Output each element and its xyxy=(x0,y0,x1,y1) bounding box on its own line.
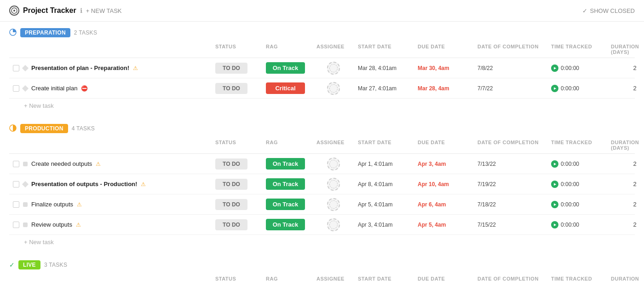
section-header-live: ✓LIVE3 TASKS xyxy=(9,254,635,273)
task-rag-badge: On Track xyxy=(266,199,305,210)
task-completion-date: 7/8/22 xyxy=(474,65,547,71)
task-priority-icon xyxy=(23,222,28,227)
task-checkbox[interactable] xyxy=(13,222,19,228)
time-play-icon[interactable] xyxy=(551,221,558,228)
col-header-duration: DURATION (DAYS) xyxy=(607,140,644,151)
task-status-cell[interactable]: TO DO xyxy=(212,179,262,190)
task-checkbox[interactable] xyxy=(13,161,19,167)
time-play-icon[interactable] xyxy=(551,201,558,208)
col-header-status: STATUS xyxy=(212,44,262,55)
task-status-cell[interactable]: TO DO xyxy=(212,63,262,74)
task-due-date: Mar 30, 4am xyxy=(414,65,474,71)
task-due-date: Mar 28, 4am xyxy=(414,85,474,92)
task-checkbox[interactable] xyxy=(13,85,19,92)
task-name-cell-preparation-0: Presentation of plan - Preparation!⚠ xyxy=(9,61,212,75)
task-duration: 2 xyxy=(607,85,644,92)
header: Project Tracker ℹ + NEW TASK ✓ SHOW CLOS… xyxy=(0,0,644,22)
new-task-row-preparation[interactable]: + New task xyxy=(9,99,635,113)
task-status-cell[interactable]: TO DO xyxy=(212,83,262,94)
col-header-rag: RAG xyxy=(262,276,313,281)
warning-icon: ⚠ xyxy=(76,222,81,228)
task-status-badge: TO DO xyxy=(215,199,247,210)
time-play-icon[interactable] xyxy=(551,64,558,72)
task-row-preparation-0: Presentation of plan - Preparation!⚠TO D… xyxy=(9,58,635,78)
task-completion-date: 7/18/22 xyxy=(474,201,547,208)
col-header-start_date: START DATE xyxy=(354,44,414,55)
new-task-row-production[interactable]: + New task xyxy=(9,235,635,249)
task-status-cell[interactable]: TO DO xyxy=(212,199,262,210)
task-name-label: Presentation of plan - Preparation! xyxy=(31,64,129,71)
task-completion-date: 7/7/22 xyxy=(474,85,547,92)
col-header-rag: RAG xyxy=(262,44,313,55)
task-start-date: Apr 5, 4:01am xyxy=(354,201,414,208)
task-rag-cell[interactable]: Critical xyxy=(262,82,313,94)
task-priority-icon xyxy=(22,181,29,187)
task-status-cell[interactable]: TO DO xyxy=(212,158,262,170)
task-time-tracked[interactable]: 0:00:00 xyxy=(547,160,607,168)
warning-icon: ⚠ xyxy=(77,201,82,208)
task-checkbox[interactable] xyxy=(13,181,19,187)
task-checkbox[interactable] xyxy=(13,65,19,71)
task-name-label: Finalize outputs xyxy=(31,201,73,208)
section-toggle-production[interactable] xyxy=(9,124,17,133)
task-status-badge: TO DO xyxy=(215,219,247,230)
section-toggle-live[interactable]: ✓ xyxy=(9,261,15,269)
col-header-duration: DURATION (DAYS) xyxy=(607,276,644,281)
time-value: 0:00:00 xyxy=(561,65,579,71)
task-assignee-cell[interactable] xyxy=(313,198,354,211)
col-header-date_of_completion: DATE OF COMPLETION xyxy=(474,140,547,151)
section-badge-preparation: PREPARATION xyxy=(20,28,70,37)
main-content: PREPARATION2 TASKSSTATUSRAGASSIGNEESTART… xyxy=(0,22,644,281)
task-priority-icon xyxy=(23,202,28,207)
task-duration: 2 xyxy=(607,201,644,208)
task-checkbox[interactable] xyxy=(13,201,19,208)
time-play-icon[interactable] xyxy=(551,160,558,168)
col-header-rag: RAG xyxy=(262,140,313,151)
task-time-tracked[interactable]: 0:00:00 xyxy=(547,201,607,208)
section-toggle-preparation[interactable] xyxy=(9,29,17,37)
time-play-icon[interactable] xyxy=(551,85,558,92)
task-duration: 2 xyxy=(607,64,644,71)
warning-icon: ⚠ xyxy=(96,161,101,167)
time-play-icon[interactable] xyxy=(551,181,558,188)
task-assignee-cell[interactable] xyxy=(313,158,354,170)
task-status-cell[interactable]: TO DO xyxy=(212,219,262,230)
task-rag-badge: Critical xyxy=(266,82,305,94)
checkmark-icon: ✓ xyxy=(582,7,587,14)
task-rag-cell[interactable]: On Track xyxy=(262,199,313,210)
info-icon[interactable]: ℹ xyxy=(80,7,82,14)
task-row-production-2: Finalize outputs⚠TO DOOn TrackApr 5, 4:0… xyxy=(9,194,635,215)
col-header-assignee: ASSIGNEE xyxy=(313,276,354,281)
col-header-start_date: START DATE xyxy=(354,140,414,151)
col-header-date_of_completion: DATE OF COMPLETION xyxy=(474,276,547,281)
show-closed-button[interactable]: ✓ SHOW CLOSED xyxy=(582,7,635,14)
task-rag-cell[interactable]: On Track xyxy=(262,62,313,74)
task-row-preparation-1: Create initial plan⛔TO DOCriticalMar 27,… xyxy=(9,78,635,99)
section-badge-live: LIVE xyxy=(18,260,40,269)
col-header-duration: DURATION (DAYS) xyxy=(607,44,644,55)
section-header-preparation: PREPARATION2 TASKS xyxy=(9,22,635,41)
task-row-production-1: Presentation of outputs - Production!⚠TO… xyxy=(9,174,635,194)
assignee-avatar xyxy=(327,178,340,191)
warning-icon: ⚠ xyxy=(141,181,146,187)
section-header-production: PRODUCTION4 TASKS xyxy=(9,117,635,137)
new-task-header-button[interactable]: + NEW TASK xyxy=(86,7,122,14)
task-status-badge: TO DO xyxy=(215,63,247,74)
task-rag-cell[interactable]: On Track xyxy=(262,158,313,170)
col-header-status: STATUS xyxy=(212,276,262,281)
task-rag-cell[interactable]: On Track xyxy=(262,219,313,230)
task-rag-cell[interactable]: On Track xyxy=(262,178,313,190)
task-assignee-cell[interactable] xyxy=(313,178,354,191)
task-time-tracked[interactable]: 0:00:00 xyxy=(547,221,607,228)
task-priority-icon xyxy=(22,64,29,71)
task-assignee-cell[interactable] xyxy=(313,218,354,231)
task-time-tracked[interactable]: 0:00:00 xyxy=(547,181,607,188)
task-start-date: Apr 3, 4:01am xyxy=(354,222,414,228)
svg-point-1 xyxy=(13,10,15,12)
task-time-tracked[interactable]: 0:00:00 xyxy=(547,64,607,72)
task-assignee-cell[interactable] xyxy=(313,62,354,75)
task-name-label: Create needed outputs xyxy=(31,160,92,167)
task-time-tracked[interactable]: 0:00:00 xyxy=(547,85,607,92)
task-assignee-cell[interactable] xyxy=(313,82,354,95)
assignee-avatar xyxy=(327,198,340,211)
